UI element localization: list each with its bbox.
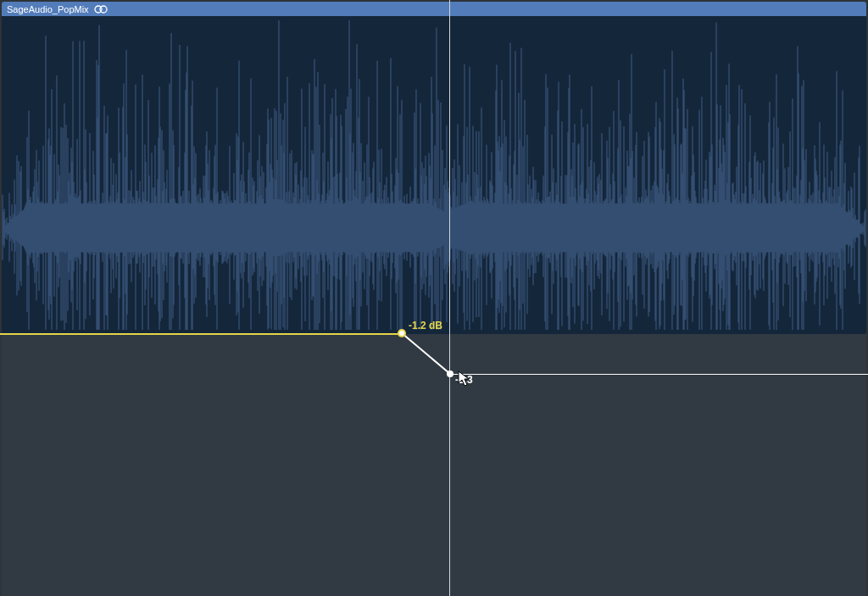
svg-point-1 (100, 6, 107, 13)
audio-clip-header[interactable]: SageAudio_PopMix (2, 2, 866, 16)
automation-point-2[interactable] (447, 370, 453, 377)
stereo-icon (94, 5, 108, 14)
automation-point-1[interactable] (399, 331, 404, 336)
clip-name-label: SageAudio_PopMix (7, 4, 89, 14)
automation-lane[interactable] (2, 334, 866, 596)
audio-waveform[interactable] (2, 16, 866, 334)
